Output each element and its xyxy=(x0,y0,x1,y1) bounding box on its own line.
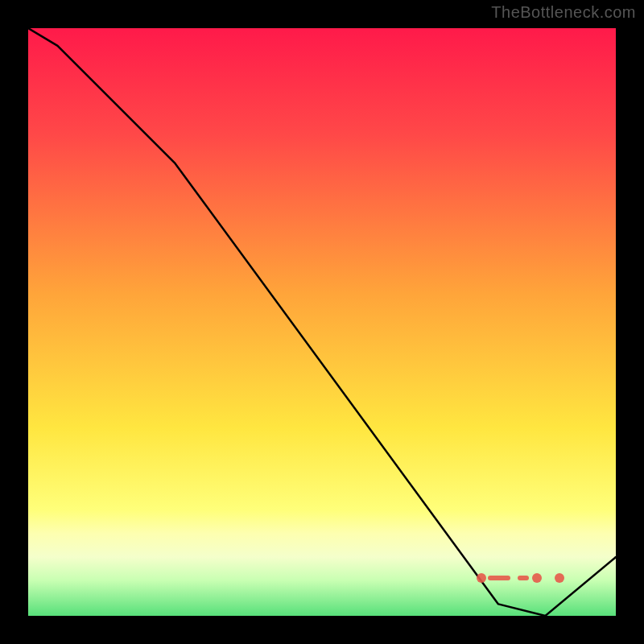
attribution-text: TheBottleneck.com xyxy=(491,3,636,22)
marker-dash-icon xyxy=(488,576,510,580)
marker-dot-icon xyxy=(555,573,564,583)
marker-dot-icon xyxy=(532,573,542,583)
marker-dot-icon xyxy=(477,573,486,583)
plot-area xyxy=(28,28,616,616)
marker-dash-icon xyxy=(518,576,529,580)
optimal-range-marker xyxy=(28,574,616,582)
bottleneck-curve xyxy=(28,28,616,616)
chart-container: TheBottleneck.com xyxy=(0,0,644,644)
